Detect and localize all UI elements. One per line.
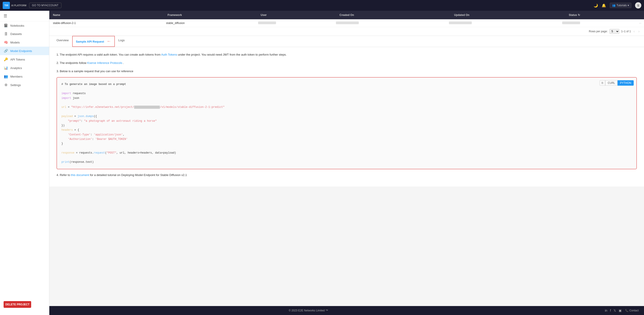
kserve-link[interactable]: Kserve Inference Protocols bbox=[87, 61, 122, 64]
sidebar-item-members[interactable]: 👥 Members bbox=[0, 72, 49, 81]
cell-status: ████ bbox=[558, 19, 636, 27]
arrow-indicator: ← bbox=[107, 38, 111, 44]
col-header-updated-on: Updated On bbox=[450, 11, 565, 19]
cell-created-on: ████████████ bbox=[332, 19, 446, 27]
footer: Legal © 2023 E2E Networks Limited ™ in f… bbox=[0, 306, 644, 315]
pagination-prev-button[interactable]: ‹ bbox=[632, 29, 636, 34]
user-blurred: ██████ bbox=[258, 22, 276, 24]
col-header-created-on: Created On bbox=[336, 11, 450, 19]
logo: TIR AI PLATFORM bbox=[3, 2, 26, 9]
copy-code-button[interactable]: ⎘ bbox=[600, 80, 605, 86]
footer-copyright: © 2023 E2E Networks Limited ™ bbox=[289, 309, 328, 312]
tabs: Overview Sample API Request ← Logs bbox=[49, 36, 644, 47]
topbar: TIR AI PLATFORM GO TO MYACCOUNT 🌙 🔔 👥 Tu… bbox=[0, 0, 644, 11]
cell-framework: stable_diffusion bbox=[162, 19, 254, 27]
table-header: Name Framework User Created On Updated O… bbox=[49, 11, 644, 19]
code-content: # To generate an image based on a prompt… bbox=[62, 82, 632, 164]
this-document-link[interactable]: this document bbox=[71, 173, 89, 177]
go-to-myaccount-button[interactable]: GO TO MYACCOUNT bbox=[29, 3, 62, 8]
table-row: stable-diffusion-2-1 stable_diffusion ██… bbox=[49, 19, 644, 27]
members-icon: 👥 bbox=[4, 74, 8, 78]
tab-logs[interactable]: Logs bbox=[115, 36, 128, 47]
step-4: 4. Refer to this document for a detailed… bbox=[56, 173, 637, 178]
rows-per-page-select[interactable]: 5 10 25 bbox=[610, 29, 619, 34]
sidebar-item-label: Model Endpoints bbox=[10, 49, 32, 53]
col-header-name: Name bbox=[49, 11, 164, 19]
row-actions-button[interactable]: ··· bbox=[636, 19, 644, 27]
created-on-blurred: ████████████ bbox=[336, 22, 359, 24]
sidebar-item-notebooks[interactable]: 📓 Notebooks bbox=[0, 21, 49, 30]
sidebar-item-label: Models bbox=[10, 41, 20, 44]
pagination-range: 1–1 of 1 bbox=[621, 30, 631, 33]
python-button[interactable]: PYTHON bbox=[618, 80, 634, 86]
sidebar-item-model-endpoints[interactable]: 🔗 Model Endpoints bbox=[0, 47, 49, 55]
settings-icon: ⚙ bbox=[4, 83, 8, 87]
curl-button[interactable]: CURL bbox=[605, 80, 618, 86]
analytics-icon: 📊 bbox=[4, 66, 8, 70]
refresh-icon[interactable]: ↻ bbox=[578, 14, 580, 16]
footer-contact[interactable]: 📞 Contact bbox=[625, 309, 638, 312]
datasets-icon: 🗄 bbox=[4, 32, 8, 36]
model-endpoints-icon: 🔗 bbox=[4, 49, 8, 53]
linkedin-icon[interactable]: in bbox=[605, 309, 608, 312]
sidebar-item-label: Datasets bbox=[10, 32, 22, 36]
updated-on-blurred: ████████████ bbox=[449, 22, 472, 24]
avatar[interactable]: S bbox=[635, 2, 641, 8]
tutorials-icon: 👥 bbox=[612, 4, 616, 7]
notifications-icon[interactable]: 🔔 bbox=[602, 3, 606, 8]
tutorials-label: Tutorials bbox=[616, 4, 627, 7]
code-toolbar: ⎘ CURL PYTHON bbox=[600, 80, 634, 86]
logo-icon: TIR bbox=[3, 2, 10, 9]
api-content: 1. The endpoint API requires a valid aut… bbox=[49, 47, 644, 186]
logo-subtitle: AI PLATFORM bbox=[11, 4, 26, 7]
code-block: ⎘ CURL PYTHON # To generate an image bas… bbox=[56, 77, 637, 169]
sidebar-item-label: API Tokens bbox=[10, 58, 25, 61]
sidebar-item-settings[interactable]: ⚙ Settings bbox=[0, 81, 49, 89]
cell-name: stable-diffusion-2-1 bbox=[49, 19, 162, 27]
api-tokens-icon: 🔑 bbox=[4, 58, 8, 62]
tutorials-dropdown[interactable]: 👥 Tutorials ▾ bbox=[610, 3, 632, 8]
sidebar-item-datasets[interactable]: 🗄 Datasets bbox=[0, 30, 49, 38]
notebooks-icon: 📓 bbox=[4, 24, 8, 28]
sidebar-item-api-tokens[interactable]: 🔑 API Tokens bbox=[0, 55, 49, 64]
rss-icon[interactable]: ▣ bbox=[619, 309, 622, 312]
models-icon: 🧠 bbox=[4, 40, 8, 44]
col-header-status: Status ↻ bbox=[565, 11, 644, 19]
menu-icon[interactable]: ☰ bbox=[0, 11, 49, 21]
step-3: 3. Below is a sample request that you ca… bbox=[56, 69, 637, 74]
cell-updated-on: ████████████ bbox=[445, 19, 558, 27]
topbar-right: 🌙 🔔 👥 Tutorials ▾ S bbox=[594, 2, 641, 8]
tab-sample-api-request[interactable]: Sample API Request ← bbox=[72, 36, 115, 47]
step-1: 1. The endpoint API requires a valid aut… bbox=[56, 52, 637, 57]
twitter-icon[interactable]: 𝕏 bbox=[614, 309, 616, 312]
sidebar-item-label: Settings bbox=[10, 84, 21, 87]
facebook-icon[interactable]: f bbox=[610, 309, 611, 312]
sidebar-item-label: Analytics bbox=[10, 66, 22, 70]
col-header-framework: Framework bbox=[164, 11, 257, 19]
col-header-user: User bbox=[257, 11, 336, 19]
sidebar-item-label: Members bbox=[10, 75, 22, 78]
sidebar: ☰ 📓 Notebooks 🗄 Datasets 🧠 Models 🔗 Mode… bbox=[0, 11, 49, 315]
step-2: 2. The endpoints follow Kserve Inference… bbox=[56, 61, 637, 66]
cell-user: ██████ bbox=[254, 19, 332, 27]
sidebar-item-label: Notebooks bbox=[10, 24, 24, 27]
auth-tokens-link[interactable]: Auth Tokens bbox=[161, 53, 177, 56]
table-section: Name Framework User Created On Updated O… bbox=[49, 11, 644, 36]
sidebar-item-models[interactable]: 🧠 Models bbox=[0, 38, 49, 47]
delete-project-button[interactable]: DELETE PROJECT bbox=[4, 301, 31, 308]
pagination: Rows per page: 5 10 25 1–1 of 1 ‹ › bbox=[49, 27, 644, 36]
pagination-next-button[interactable]: › bbox=[638, 29, 640, 34]
sidebar-item-analytics[interactable]: 📊 Analytics bbox=[0, 64, 49, 72]
footer-social-links: in f 𝕏 ▣ bbox=[605, 309, 622, 312]
content-area: Name Framework User Created On Updated O… bbox=[49, 11, 644, 306]
dark-mode-icon[interactable]: 🌙 bbox=[594, 3, 598, 8]
tab-overview[interactable]: Overview bbox=[53, 36, 72, 47]
chevron-down-icon: ▾ bbox=[628, 4, 629, 7]
status-blurred: ████ bbox=[562, 22, 580, 24]
copy-icon: ⎘ bbox=[602, 82, 603, 84]
rows-per-page-label: Rows per page: bbox=[589, 30, 608, 33]
